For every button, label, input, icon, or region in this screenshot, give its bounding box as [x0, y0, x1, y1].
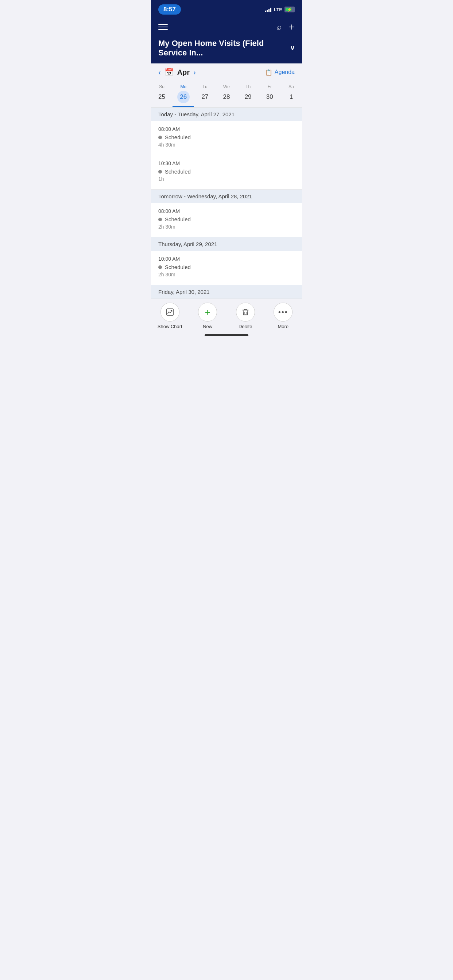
delete-icon-circle — [236, 302, 255, 321]
event-time: 08:00 AM — [158, 126, 295, 132]
day-number: 30 — [263, 91, 276, 103]
week-days-row: Su 25 Mo 26 Tu 27 We 28 Th 29 Fr 30 Sa 1 — [151, 81, 302, 108]
day-column-tu[interactable]: Tu 27 — [194, 84, 215, 107]
home-bar — [205, 334, 248, 336]
event-status-row: Scheduled — [158, 134, 295, 140]
event-card[interactable]: 10:00 AM Scheduled 2h 30m — [151, 251, 302, 285]
event-duration: 2h 30m — [158, 272, 295, 277]
status-dot-icon — [158, 135, 162, 139]
day-column-we[interactable]: We 28 — [215, 84, 237, 107]
event-card[interactable]: 10:30 AM Scheduled 1h — [151, 155, 302, 189]
status-label: Scheduled — [165, 169, 191, 175]
day-header-2: Thursday, April 29, 2021 — [151, 237, 302, 251]
day-number: 1 — [285, 91, 297, 103]
status-label: Scheduled — [165, 216, 191, 223]
more-icon-circle: ••• — [274, 302, 292, 321]
day-column-th[interactable]: Th 29 — [238, 84, 259, 107]
status-time: 8:57 — [158, 5, 181, 14]
header-nav: ⌕ + — [158, 21, 295, 33]
day-column-sa[interactable]: Sa 1 — [281, 84, 302, 107]
trash-icon — [241, 308, 249, 316]
calendar-nav: ‹ 📅 Apr › 📋 Agenda — [151, 64, 302, 81]
app-header: ⌕ + My Open Home Visits (Field Service I… — [151, 18, 302, 64]
day-column-fr[interactable]: Fr 30 — [259, 84, 281, 107]
chart-icon — [166, 308, 174, 316]
more-button[interactable]: ••• More — [265, 302, 302, 329]
battery-icon: ⚡ — [284, 6, 295, 13]
status-dot-icon — [158, 218, 162, 221]
status-right: LTE ⚡ — [265, 6, 295, 13]
day-header-1: Tomorrow - Wednesday, April 28, 2021 — [151, 189, 302, 203]
menu-button[interactable] — [158, 24, 168, 30]
day-name: Tu — [203, 84, 207, 89]
show-chart-button[interactable]: Show Chart — [151, 302, 189, 329]
day-number: 27 — [199, 91, 211, 103]
event-time: 10:30 AM — [158, 161, 295, 166]
day-number: 26 — [177, 91, 190, 103]
event-duration: 2h 30m — [158, 224, 295, 230]
event-card[interactable]: 08:00 AM Scheduled 4h 30m — [151, 121, 302, 155]
event-duration: 4h 30m — [158, 142, 295, 148]
plus-icon: + — [205, 307, 211, 318]
day-column-mo[interactable]: Mo 26 — [172, 84, 194, 107]
day-name: Su — [159, 84, 164, 89]
status-dot-icon — [158, 170, 162, 173]
status-label: Scheduled — [165, 264, 191, 270]
new-icon-circle: + — [198, 302, 217, 321]
event-duration: 1h — [158, 176, 295, 182]
status-label: Scheduled — [165, 134, 191, 140]
search-icon[interactable]: ⌕ — [277, 22, 282, 32]
delete-button[interactable]: Delete — [226, 302, 265, 329]
delete-label: Delete — [239, 324, 252, 329]
ellipsis-icon: ••• — [278, 308, 288, 317]
svg-rect-0 — [167, 309, 173, 315]
bottom-toolbar: Show Chart + New Delete ••• More — [151, 299, 302, 331]
event-card[interactable]: 08:00 AM Scheduled 2h 30m — [151, 203, 302, 237]
calendar-icon: 📅 — [164, 68, 174, 76]
prev-month-button[interactable]: ‹ — [158, 68, 161, 76]
new-button[interactable]: + New — [189, 302, 227, 329]
day-number: 28 — [220, 91, 233, 103]
lte-label: LTE — [274, 7, 282, 13]
current-month: Apr — [177, 68, 190, 76]
agenda-view-button[interactable]: 📋 Agenda — [265, 69, 295, 76]
header-actions: ⌕ + — [277, 21, 295, 33]
day-name: Fr — [268, 84, 272, 89]
day-number: 25 — [156, 91, 168, 103]
day-name: Sa — [289, 84, 294, 89]
agenda-content: Today - Tuesday, April 27, 2021 08:00 AM… — [151, 108, 302, 299]
next-month-button[interactable]: › — [193, 68, 196, 76]
day-name: Th — [246, 84, 250, 89]
more-label: More — [278, 324, 289, 329]
event-status-row: Scheduled — [158, 169, 295, 175]
page-title: My Open Home Visits (Field Service In...… — [158, 39, 295, 57]
event-time: 10:00 AM — [158, 256, 295, 262]
day-name: We — [223, 84, 230, 89]
show-chart-icon-circle — [161, 302, 179, 321]
event-time: 08:00 AM — [158, 208, 295, 214]
title-chevron-icon[interactable]: ∨ — [290, 44, 295, 52]
home-indicator — [151, 331, 302, 340]
status-dot-icon — [158, 266, 162, 269]
status-bar: 8:57 LTE ⚡ — [151, 0, 302, 18]
event-status-row: Scheduled — [158, 216, 295, 223]
show-chart-label: Show Chart — [158, 324, 182, 329]
agenda-icon: 📋 — [265, 69, 273, 76]
day-header-0: Today - Tuesday, April 27, 2021 — [151, 108, 302, 121]
add-icon[interactable]: + — [289, 21, 295, 33]
day-name: Mo — [180, 84, 187, 89]
event-status-row: Scheduled — [158, 264, 295, 270]
new-label: New — [203, 324, 212, 329]
day-number: 29 — [242, 91, 254, 103]
day-column-su[interactable]: Su 25 — [151, 84, 172, 107]
day-header-3: Friday, April 30, 2021 — [151, 285, 302, 299]
signal-icon — [265, 7, 271, 12]
